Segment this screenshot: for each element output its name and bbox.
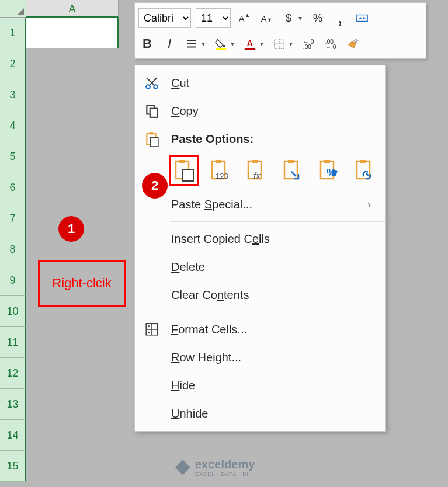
menu-label: Insert Copied Cells (171, 232, 270, 246)
borders-icon[interactable] (270, 35, 288, 53)
format-cells-icon (143, 321, 161, 338)
svg-text:→.0: →.0 (325, 44, 336, 50)
svg-rect-8 (245, 48, 255, 50)
svg-rect-23 (183, 169, 193, 181)
mini-toolbar: Calibri 11 A▲ A▼ $ ▾ % , B I ▾ ▾ A ▾ ▾ ←… (134, 2, 426, 59)
paste-formulas-icon[interactable]: fx (242, 156, 270, 185)
row-header[interactable]: 7 (0, 203, 26, 234)
menu-item-copy[interactable]: Copy (135, 97, 385, 125)
bold-button[interactable]: B (138, 35, 156, 53)
menu-item-insert-copied-cells[interactable]: Insert Copied Cells (135, 225, 385, 253)
watermark-logo-icon (175, 460, 190, 475)
svg-text:A: A (239, 14, 245, 23)
font-color-icon[interactable]: A (241, 35, 259, 53)
select-all-corner[interactable] (0, 0, 26, 18)
svg-rect-25 (216, 160, 221, 163)
svg-rect-17 (150, 109, 158, 117)
menu-item-unhide[interactable]: Unhide (135, 399, 385, 427)
svg-text:A: A (247, 39, 253, 48)
align-icon[interactable] (183, 35, 200, 53)
decrease-font-icon[interactable]: A▼ (258, 9, 275, 27)
chevron-down-icon[interactable]: ▾ (298, 14, 304, 22)
fill-color-icon[interactable] (212, 35, 230, 53)
copy-icon (143, 102, 161, 120)
menu-label: Hide (171, 379, 195, 392)
row-header[interactable]: 6 (0, 172, 26, 203)
comma-icon[interactable]: , (331, 9, 349, 27)
menu-label: Unhide (171, 407, 208, 420)
font-name-select[interactable]: Calibri (138, 8, 191, 28)
row-header[interactable]: 4 (0, 110, 26, 141)
svg-rect-36 (360, 160, 366, 163)
menu-label: Copy (171, 105, 199, 118)
menu-label: Row Height... (171, 351, 241, 364)
paste-icon[interactable] (170, 156, 198, 185)
merge-icon[interactable] (353, 9, 371, 27)
paste-transpose-icon[interactable] (279, 156, 307, 185)
italic-button[interactable]: I (161, 35, 178, 53)
menu-header-paste-options: Paste Options: (135, 125, 385, 153)
watermark-name: exceldemy (195, 458, 255, 471)
menu-label: Paste Options: (171, 133, 253, 146)
scissors-icon (143, 74, 161, 92)
chevron-down-icon[interactable]: ▾ (231, 40, 237, 48)
column-header-a[interactable]: A (26, 0, 119, 18)
row-header[interactable]: 9 (0, 265, 26, 296)
currency-icon[interactable]: $ (280, 9, 297, 27)
menu-label: Paste Special... (171, 198, 252, 211)
row-header[interactable]: 14 (0, 420, 26, 451)
menu-item-paste-special[interactable]: Paste Special... › (135, 190, 385, 218)
paste-options-row: 123 fx % (135, 153, 385, 190)
format-painter-icon[interactable] (344, 35, 362, 53)
menu-item-hide[interactable]: Hide (135, 371, 385, 399)
svg-rect-33 (324, 160, 330, 163)
svg-rect-4 (357, 15, 367, 22)
chevron-down-icon[interactable]: ▾ (260, 40, 266, 48)
svg-text:.00: .00 (303, 44, 311, 50)
menu-item-delete[interactable]: Delete (135, 253, 385, 281)
increase-decimal-icon[interactable]: ←.0.00 (300, 35, 317, 53)
cell-a1[interactable] (26, 18, 119, 48)
row-header[interactable]: 12 (0, 358, 26, 389)
annotation-badge-1: 1 (58, 216, 84, 242)
menu-label: Clear Contents (171, 288, 249, 302)
menu-item-clear-contents[interactable]: Clear Contents (135, 281, 385, 309)
row-header[interactable]: 8 (0, 234, 26, 265)
row-headers: 1 2 3 4 5 6 7 8 9 10 11 12 13 14 15 (0, 18, 26, 482)
context-menu: Cut Copy Paste Options: 123 fx % Paste S… (134, 65, 386, 432)
menu-item-format-cells[interactable]: Format Cells... (135, 315, 385, 343)
row-header[interactable]: 10 (0, 296, 26, 327)
menu-item-cut[interactable]: Cut (135, 69, 385, 97)
increase-font-icon[interactable]: A▲ (235, 9, 253, 27)
chevron-down-icon[interactable]: ▾ (202, 40, 207, 48)
row-header[interactable]: 15 (0, 451, 26, 482)
percent-icon[interactable]: % (309, 9, 327, 27)
menu-label: Format Cells... (171, 323, 247, 336)
paste-link-icon[interactable] (351, 156, 379, 185)
watermark-sub: EXCEL · DATA · BI (195, 471, 255, 477)
decrease-decimal-icon[interactable]: .00→.0 (322, 35, 339, 53)
svg-rect-31 (288, 160, 294, 163)
row-header[interactable]: 11 (0, 327, 26, 358)
svg-point-38 (148, 325, 150, 327)
svg-text:▼: ▼ (267, 17, 272, 23)
svg-text:123: 123 (216, 172, 228, 180)
row-header[interactable]: 5 (0, 141, 26, 172)
svg-rect-6 (216, 48, 226, 50)
svg-text:A: A (261, 14, 267, 23)
row-header[interactable]: 1 (0, 18, 26, 48)
menu-separator (170, 312, 385, 312)
row-header[interactable]: 3 (0, 79, 26, 110)
paste-formatting-icon[interactable]: % (315, 156, 343, 185)
svg-rect-19 (150, 132, 153, 134)
svg-rect-22 (179, 160, 185, 163)
paste-values-icon[interactable]: 123 (206, 156, 234, 185)
row-header[interactable]: 13 (0, 389, 26, 420)
chevron-down-icon[interactable]: ▾ (289, 40, 295, 48)
menu-separator (170, 221, 385, 222)
font-size-select[interactable]: 11 (196, 8, 231, 28)
row-header[interactable]: 2 (0, 48, 26, 79)
chevron-right-icon: › (367, 199, 377, 211)
menu-item-row-height[interactable]: Row Height... (135, 343, 385, 371)
menu-label: Cut (171, 76, 189, 90)
